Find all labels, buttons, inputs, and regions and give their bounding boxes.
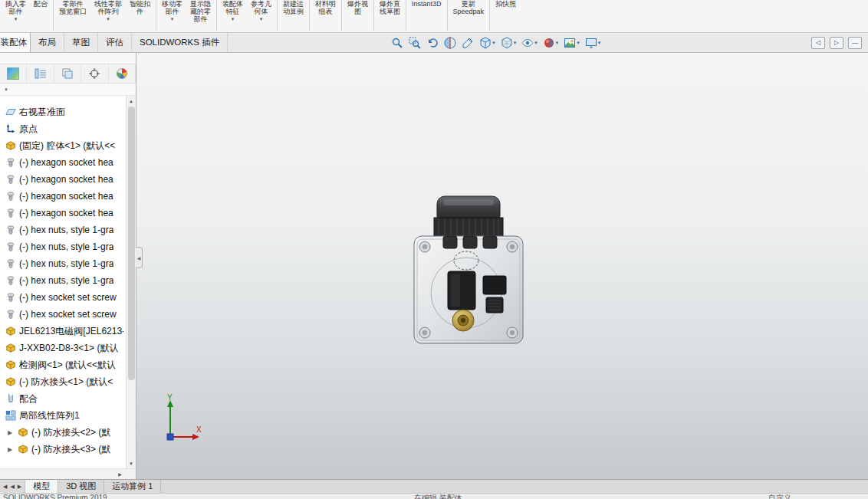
chevron-down-icon[interactable]: ▾: [577, 40, 580, 46]
tab-propertymanager[interactable]: [27, 64, 54, 83]
zoom-fit-button[interactable]: [389, 35, 406, 51]
tree-item-local-linear-pattern[interactable]: 局部线性阵列1: [4, 407, 123, 424]
tab-model[interactable]: 模型: [25, 480, 58, 493]
panel-collapse-handle[interactable]: ◀: [136, 247, 143, 268]
tree-item-fastener[interactable]: (-) hex nuts, style 1-gra: [4, 272, 123, 289]
tab-scroll-prev-icon[interactable]: ◀: [9, 484, 15, 490]
tree-item-mates[interactable]: 配合: [4, 390, 123, 407]
linear-component-pattern-button[interactable]: 线性零部 件阵列 ▾: [90, 0, 126, 33]
tree-item-fastener[interactable]: (-) hexagon socket hea: [4, 171, 123, 188]
bill-of-materials-button[interactable]: 材料明 细表: [311, 0, 340, 33]
tree-item-solenoid-valve[interactable]: JEL6213电磁阀[JEL6213-: [4, 323, 123, 340]
graphics-viewport[interactable]: Y X: [136, 53, 868, 479]
display-style-button[interactable]: ▾: [498, 35, 519, 51]
bolt-icon: [5, 309, 16, 320]
pattern-icon: [5, 410, 16, 421]
flyout-caret-icon[interactable]: ▼: [4, 87, 8, 92]
scroll-up-icon[interactable]: ▲: [127, 96, 136, 106]
chevron-down-icon[interactable]: ▾: [514, 40, 517, 46]
scroll-right-icon[interactable]: ▶: [115, 469, 125, 479]
ribbon-label: 显示隐 藏的零 部件: [190, 0, 211, 23]
chevron-down-icon[interactable]: ▾: [260, 16, 263, 22]
tree-item-waterproof-connector[interactable]: (-) 防水接头<1> (默认<: [4, 373, 123, 390]
section-view-button[interactable]: [442, 35, 459, 51]
tree-horizontal-scrollbar[interactable]: ▶: [0, 468, 136, 479]
hide-show-items-button[interactable]: ▾: [519, 35, 540, 51]
tab-scroll-next-icon[interactable]: ▶: [17, 484, 22, 490]
tree-item-waterproof-connector[interactable]: ▶ (-) 防水接头<2> (默: [4, 424, 123, 441]
mate-button[interactable]: 配合: [30, 0, 51, 33]
expand-arrow-icon[interactable]: ▶: [5, 429, 15, 436]
tree-item-right-plane[interactable]: 右视基准面: [4, 103, 123, 120]
tab-sketch[interactable]: 草图: [64, 33, 98, 52]
tab-evaluate[interactable]: 评估: [98, 33, 132, 52]
tree-item-fastener[interactable]: (-) hexagon socket hea: [4, 188, 123, 205]
tree-item-label: (-) hex socket set screw: [19, 292, 117, 303]
tab-layout[interactable]: 布局: [31, 33, 64, 52]
chevron-down-icon[interactable]: ▾: [171, 16, 174, 22]
update-speedpak-button[interactable]: 更新 Speedpak: [449, 0, 488, 33]
chevron-down-icon[interactable]: ▾: [556, 40, 559, 46]
status-customize[interactable]: 自定义: [768, 494, 791, 499]
chevron-down-icon[interactable]: ▾: [107, 16, 110, 22]
tree-item-fastener[interactable]: (-) hex socket set screw: [4, 289, 123, 306]
scrollbar-track[interactable]: [127, 106, 136, 458]
tab-3d-views[interactable]: 3D 视图: [58, 480, 104, 493]
view-settings-button[interactable]: ▾: [583, 35, 603, 51]
tree-item-fastener[interactable]: (-) hexagon socket hea: [4, 205, 123, 222]
insert-components-button[interactable]: 插入零 部件 ▾: [2, 0, 30, 33]
view-orientation-button[interactable]: ▾: [477, 35, 498, 51]
tree-item-waterproof-connector[interactable]: ▶ (-) 防水接头<3> (默: [4, 441, 123, 458]
tab-displaymanager[interactable]: [109, 64, 136, 83]
scrollbar-thumb[interactable]: [128, 107, 135, 380]
tree-item-origin[interactable]: 原点: [4, 120, 123, 137]
tab-assembly[interactable]: 装配体: [0, 33, 31, 52]
part-icon: [5, 140, 16, 151]
scroll-down-icon[interactable]: ▼: [127, 458, 136, 468]
tree-item-cavity-part[interactable]: (固定) 腔体<1> (默认<<: [4, 137, 123, 154]
tab-solidworks-addins[interactable]: SOLIDWORKS 插件: [132, 33, 228, 52]
annotation-view-button[interactable]: [459, 35, 476, 51]
tree-item-check-valve[interactable]: 检测阀<1> (默认<<默认: [4, 356, 123, 373]
tab-featuremanager-tree[interactable]: [0, 64, 27, 83]
tree-item-part[interactable]: J-XXB02-D8-3<1> (默认: [4, 340, 123, 356]
explode-line-sketch-button[interactable]: 爆炸直 线草图: [376, 0, 404, 33]
tree-item-fastener[interactable]: (-) hex nuts, style 1-gra: [4, 222, 123, 238]
chevron-down-icon[interactable]: ▾: [232, 16, 235, 22]
part-icon: [5, 376, 16, 387]
tree-item-fastener[interactable]: (-) hex socket set screw: [4, 306, 123, 323]
tab-scroll-first-icon[interactable]: ◀: [2, 484, 8, 490]
minimize-icon[interactable]: —: [848, 37, 862, 49]
move-component-button[interactable]: 移动零 部件 ▾: [158, 0, 186, 33]
tree-item-label: 右视基准面: [19, 106, 65, 119]
model-3d-solenoid-valve[interactable]: [413, 195, 526, 346]
tree-item-fastener[interactable]: (-) hex nuts, style 1-gra: [4, 238, 123, 255]
show-hidden-components-button[interactable]: 显示隐 藏的零 部件: [186, 0, 215, 33]
collapse-left-icon[interactable]: ◁: [811, 37, 825, 49]
chevron-down-icon[interactable]: ▾: [15, 16, 18, 22]
assembly-features-button[interactable]: 装配体 特征 ▾: [219, 0, 247, 33]
tree-vertical-scrollbar[interactable]: ▲ ▼: [126, 96, 136, 468]
tab-configurationmanager[interactable]: [54, 64, 81, 83]
tab-dimxpertmanager[interactable]: [81, 64, 108, 83]
collapse-right-icon[interactable]: ▷: [830, 37, 843, 49]
instant3d-button[interactable]: Instant3D: [408, 0, 446, 33]
reference-geometry-button[interactable]: 参考几 何体 ▾: [247, 0, 275, 33]
component-preview-window-button[interactable]: 零部件 预览窗口: [55, 0, 90, 33]
previous-view-button[interactable]: [424, 35, 441, 51]
smart-fasteners-button[interactable]: 智能扣 件: [126, 0, 154, 33]
chevron-down-icon[interactable]: ▾: [534, 40, 538, 46]
expand-arrow-icon[interactable]: ▶: [5, 446, 15, 453]
tree-item-fastener[interactable]: (-) hex nuts, style 1-gra: [4, 255, 123, 272]
zoom-to-area-button[interactable]: [406, 35, 423, 51]
chevron-down-icon[interactable]: ▾: [492, 40, 495, 46]
tree-item-fastener[interactable]: (-) hexagon socket hea: [4, 154, 123, 171]
edit-appearance-button[interactable]: ▾: [541, 35, 561, 51]
take-snapshot-button[interactable]: 拍快照: [492, 0, 520, 33]
exploded-view-button[interactable]: 爆炸视 图: [344, 0, 372, 33]
apply-scene-button[interactable]: ▾: [561, 35, 582, 51]
chevron-down-icon[interactable]: ▾: [598, 40, 601, 46]
tab-motion-study-1[interactable]: 运动算例 1: [104, 480, 161, 493]
new-motion-study-button[interactable]: 新建运 动算例: [279, 0, 307, 33]
tree-item-label: (-) 防水接头<1> (默认<: [19, 376, 113, 389]
